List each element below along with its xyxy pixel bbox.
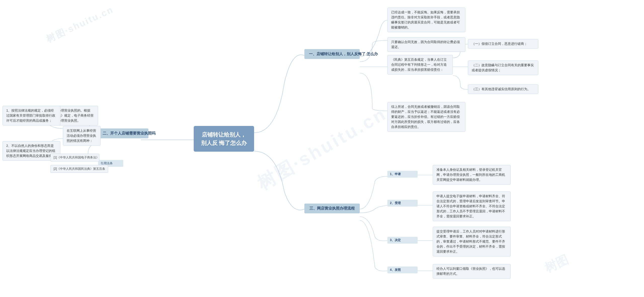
watermark-text: 树图·shuitu.cn bbox=[253, 102, 391, 195]
step2-label: 2、受理 bbox=[387, 200, 418, 207]
sec1-child1-text: 已经达成一致，不能反悔。如果反悔，需要承担违约责任。除非对方采取欺诈手段，或者恶… bbox=[391, 11, 460, 29]
sec1-child2-node: 只要确认合同无效，因为合同取得的转让费必须退还。 bbox=[387, 37, 465, 52]
watermark-topleft: 树图·shuitu.cn bbox=[50, 15, 123, 27]
sec2-sub1-text: 1、按照法律法规的规定，必须经过国家有关管理部门审批取得行政许可后才能经营的商品… bbox=[6, 109, 55, 122]
sec1-sub2-text: （二）故意隐瞒与订立合同有关的重要事实或者提供虚假情况； bbox=[472, 63, 534, 72]
sec1-sub1-node: （一）假借订立合同，恶意进行磋商； bbox=[468, 39, 538, 49]
citation2-node: [2]《中华人民共和国民法典》第五百条 bbox=[50, 165, 108, 173]
sec2-sub1-node: 1、按照法律法规的规定，必须经过国家有关管理部门审批取得行政许可后才能经营的商品… bbox=[3, 106, 60, 125]
step1-label-text: 1、申请 bbox=[390, 172, 401, 176]
step1-text-node: 准备本人身份证及相关材料，登录登记机关官网，申请办理营业执照，一般到所在地的工商… bbox=[433, 165, 511, 185]
step4-text-node: 经办人可以到窗口领取《营业执照》，也可以选择邮寄的方式。 bbox=[433, 264, 511, 279]
watermark3-text: 树图 bbox=[542, 251, 571, 276]
step3-label-text: 3、决定 bbox=[390, 238, 401, 242]
sec1-sub1-text: （一）假借订立合同，恶意进行磋商； bbox=[472, 42, 527, 46]
step2-text: 申请人提交电子版申请材料，申请材料齐全、符合法定形式的，受理申请后发送到审查环节… bbox=[436, 194, 505, 218]
sec1-child4-text: 综上所述，合同无效或者被撤销后，因该合同取得的财产，应当予以返还；不能返还或者没… bbox=[391, 105, 460, 129]
connector-lines bbox=[0, 0, 644, 297]
sec1-sub3-node: （三）有其他违背诚实信用原则的行为。 bbox=[468, 84, 538, 94]
section3-header: 三、网店营业执照办理流程 bbox=[304, 204, 360, 213]
section1-header: 一、店铺转让给别人，别人反悔了 怎么办 bbox=[304, 49, 360, 59]
step3-text-node: 提交受理申请后，工作人员对对申请材料进行形式审查、要件审查、材料齐全，符合法定形… bbox=[433, 227, 511, 256]
step1-text: 准备本人身份证及相关材料，登录登记机关官网，申请办理营业执照，一般到所在地的工商… bbox=[436, 168, 505, 182]
step4-label-text: 4、发照 bbox=[390, 268, 401, 272]
sec1-sub2-node: （二）故意隐瞒与订立合同有关的重要事实或者提供虚假情况； bbox=[468, 60, 538, 75]
citation1-text: [1]《中华人民共和国电子商务法》 bbox=[54, 156, 99, 159]
sec1-sub3-text: （三）有其他违背诚实信用原则的行为。 bbox=[472, 87, 531, 91]
sec2-sub2-text: 2、不以自然人的身份和形态而是以法律法规规定应当办理登记的组织形态开展网络商品交… bbox=[6, 144, 55, 158]
step1-label: 1、申请 bbox=[387, 171, 418, 178]
watermark-bottomright: 树图 bbox=[544, 256, 569, 272]
step2-label-text: 2、受理 bbox=[390, 201, 401, 205]
sec1-child2-text: 只要确认合同无效，因为合同取得的转让费必须退还。 bbox=[391, 40, 460, 49]
section1-label: 一、店铺转让给别人，别人反悔了 怎么办 bbox=[309, 52, 378, 56]
citation2-text: [2]《中华人民共和国民法典》第五百条 bbox=[54, 167, 105, 171]
step3-text: 提交受理申请后，工作人员对对申请材料进行形式审查、要件审查、材料齐全，符合法定形… bbox=[436, 230, 505, 253]
mindmap-container: 树图·shuitu.cn 树图·shuitu.cn 树图 bbox=[0, 0, 644, 297]
section2-label: 二、开个人店铺需要营业执照吗 bbox=[103, 131, 155, 135]
citation-label-text: 引用法条 bbox=[101, 161, 113, 165]
step4-text: 经办人可以到窗口领取《营业执照》，也可以选择邮寄的方式。 bbox=[436, 267, 505, 276]
section2-header: 二、开个人店铺需要营业执照吗 bbox=[98, 128, 148, 138]
watermark-center: 树图·shuitu.cn bbox=[0, 0, 644, 297]
step4-label: 4、发照 bbox=[387, 267, 418, 273]
sec2-child2-node: 在互联网上从事经营活动必须办理营业执照的情况有两种： bbox=[63, 126, 101, 146]
sec2-child2-text: 在互联网上从事经营活动必须办理营业执照的情况有两种： bbox=[67, 129, 96, 143]
sec1-child3-text: 《民典》第五百条规定，当事人在订立合同过程中有下列情形之一，给对方造成损失的，应… bbox=[391, 58, 447, 72]
sec1-child3-node: 《民典》第五百条规定，当事人在订立合同过程中有下列情形之一，给对方造成损失的，应… bbox=[387, 55, 453, 75]
watermark2-text: 树图·shuitu.cn bbox=[44, 4, 116, 46]
central-node: 店铺转让给别人，别人反 悔了怎么办 bbox=[194, 126, 254, 152]
sec1-child4-node: 综上所述，合同无效或者被撤销后，因该合同取得的财产，应当予以返还；不能返还或者没… bbox=[387, 102, 465, 132]
section3-label: 三、网店营业执照办理流程 bbox=[309, 206, 355, 210]
central-label: 店铺转让给别人，别人反 悔了怎么办 bbox=[201, 131, 247, 146]
step2-text-node: 申请人提交电子版申请材料，申请材料齐全、符合法定形式的，受理申请后发送到审查环节… bbox=[433, 191, 511, 221]
sec1-child1-node: 已经达成一致，不能反悔。如果反悔，需要承担违约责任。除非对方采取欺诈手段，或者恶… bbox=[387, 8, 465, 32]
citation1-node: [1]《中华人民共和国电子商务法》 bbox=[50, 154, 99, 161]
step3-label: 3、决定 bbox=[387, 237, 418, 244]
